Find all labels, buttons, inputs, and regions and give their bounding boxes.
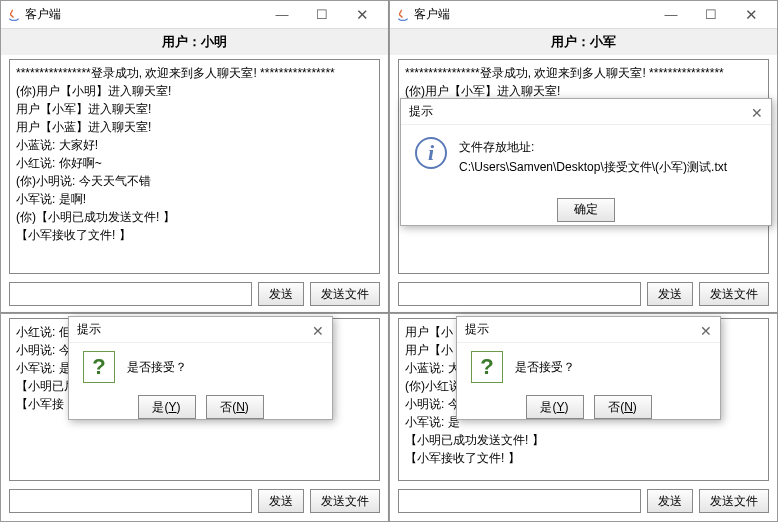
no-button[interactable]: 否(N) [206, 395, 264, 419]
dialog-buttons: 是(Y) 否(N) [457, 387, 720, 431]
input-row: 发送 发送文件 [1, 485, 388, 517]
dialog-title-text: 提示 [465, 321, 489, 338]
dialog-body: ? 是否接受？ [457, 343, 720, 387]
close-icon[interactable]: ✕ [751, 105, 763, 121]
dialog-text: 文件存放地址: C:\Users\Samven\Desktop\接受文件\(小军… [459, 137, 727, 178]
chat-line: 小军说: 是啊! [16, 190, 373, 208]
dialog-title: 提示 ✕ [457, 317, 720, 343]
chat-line: (你)小明说: 今天天气不错 [16, 172, 373, 190]
dialog-buttons: 确定 [401, 190, 771, 234]
question-icon: ? [471, 351, 503, 383]
ok-button[interactable]: 确定 [557, 198, 615, 222]
confirm-dialog-left: 提示 ✕ ? 是否接受？ 是(Y) 否(N) [68, 316, 333, 420]
chat-line: 用户【小蓝】进入聊天室! [16, 118, 373, 136]
close-icon[interactable]: ✕ [700, 323, 712, 339]
send-button[interactable]: 发送 [647, 489, 693, 513]
dialog-question: 是否接受？ [515, 357, 575, 377]
send-file-button[interactable]: 发送文件 [310, 489, 380, 513]
info-dialog: 提示 ✕ i 文件存放地址: C:\Users\Samven\Desktop\接… [400, 98, 772, 226]
chat-line: (你)【小明已成功发送文件! 】 [16, 208, 373, 226]
minimize-button[interactable]: — [262, 1, 302, 29]
send-file-button[interactable]: 发送文件 [699, 489, 769, 513]
maximize-button[interactable]: ☐ [302, 1, 342, 29]
window-title: 客户端 [25, 6, 262, 23]
message-input[interactable] [9, 282, 252, 306]
window-title: 客户端 [414, 6, 651, 23]
chat-line: ****************登录成功, 欢迎来到多人聊天室! *******… [16, 64, 373, 82]
dialog-title: 提示 ✕ [69, 317, 332, 343]
yes-button[interactable]: 是(Y) [526, 395, 584, 419]
dialog-body: i 文件存放地址: C:\Users\Samven\Desktop\接受文件\(… [401, 125, 771, 190]
send-button[interactable]: 发送 [258, 489, 304, 513]
info-icon: i [415, 137, 447, 169]
chat-line: 用户【小军】进入聊天室! [16, 100, 373, 118]
yes-button[interactable]: 是(Y) [138, 395, 196, 419]
chat-line: ****************登录成功, 欢迎来到多人聊天室! *******… [405, 64, 762, 82]
input-row: 发送 发送文件 [390, 278, 777, 310]
chat-line: 小蓝说: 大家好! [16, 136, 373, 154]
java-icon [396, 8, 410, 22]
chat-line: 【小军接收了文件! 】 [405, 449, 762, 467]
question-icon: ? [83, 351, 115, 383]
dialog-title: 提示 ✕ [401, 99, 771, 125]
java-icon [7, 8, 21, 22]
chat-line: 小红说: 你好啊~ [16, 154, 373, 172]
titlebar: 客户端 — ☐ ✕ [390, 1, 777, 29]
dialog-body: ? 是否接受？ [69, 343, 332, 387]
file-path-label: 文件存放地址: [459, 137, 727, 157]
dialog-title-text: 提示 [77, 321, 101, 338]
dialog-question: 是否接受？ [127, 357, 187, 377]
dialog-buttons: 是(Y) 否(N) [69, 387, 332, 431]
chat-log: ****************登录成功, 欢迎来到多人聊天室! *******… [9, 59, 380, 274]
input-row: 发送 发送文件 [390, 485, 777, 517]
send-file-button[interactable]: 发送文件 [310, 282, 380, 306]
dialog-title-text: 提示 [409, 103, 433, 120]
close-button[interactable]: ✕ [342, 1, 382, 29]
send-button[interactable]: 发送 [647, 282, 693, 306]
user-header: 用户：小军 [390, 29, 777, 55]
user-header: 用户：小明 [1, 29, 388, 55]
chat-line: 【小军接收了文件! 】 [16, 226, 373, 244]
no-button[interactable]: 否(N) [594, 395, 652, 419]
minimize-button[interactable]: — [651, 1, 691, 29]
input-row: 发送 发送文件 [1, 278, 388, 310]
maximize-button[interactable]: ☐ [691, 1, 731, 29]
message-input[interactable] [9, 489, 252, 513]
file-path-value: C:\Users\Samven\Desktop\接受文件\(小军)测试.txt [459, 157, 727, 177]
chat-line: (你)用户【小明】进入聊天室! [16, 82, 373, 100]
close-button[interactable]: ✕ [731, 1, 771, 29]
close-icon[interactable]: ✕ [312, 323, 324, 339]
titlebar: 客户端 — ☐ ✕ [1, 1, 388, 29]
send-file-button[interactable]: 发送文件 [699, 282, 769, 306]
send-button[interactable]: 发送 [258, 282, 304, 306]
chat-line: 【小明已成功发送文件! 】 [405, 431, 762, 449]
client-window-xiaoming: 客户端 — ☐ ✕ 用户：小明 ****************登录成功, 欢迎… [0, 0, 389, 313]
confirm-dialog-right: 提示 ✕ ? 是否接受？ 是(Y) 否(N) [456, 316, 721, 420]
message-input[interactable] [398, 489, 641, 513]
message-input[interactable] [398, 282, 641, 306]
